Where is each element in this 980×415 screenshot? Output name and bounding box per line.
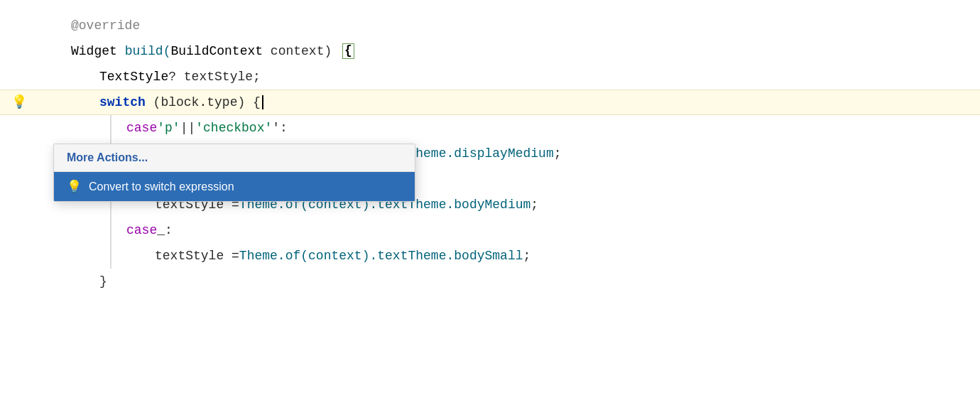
code-token: switch — [99, 90, 146, 115]
code-line: Widget build( BuildContext context) { — [0, 38, 980, 64]
convert-label: Convert to switch expression — [89, 180, 234, 193]
code-token: ? textStyle; — [168, 64, 261, 90]
code-token: BuildContext — [170, 38, 263, 64]
code-token: case — [126, 217, 157, 243]
code-token: Theme.of(context).textTheme.bodySmall — [239, 243, 523, 269]
code-token: || — [180, 115, 196, 141]
code-token: 'checkbox' — [195, 115, 272, 141]
text-cursor — [262, 95, 263, 109]
code-token: Widget — [71, 38, 117, 64]
code-token: ': — [272, 115, 288, 141]
convert-to-switch-item[interactable]: 💡 Convert to switch expression — [54, 172, 415, 201]
code-line: @override — [0, 13, 980, 38]
lightbulb-gutter-icon[interactable]: 💡 — [11, 90, 27, 115]
code-token: context) — [263, 38, 339, 64]
code-token: ; — [554, 141, 562, 166]
code-token: ; — [530, 192, 538, 217]
code-token: _: — [157, 217, 173, 243]
code-token — [117, 38, 125, 64]
code-line: textStyle = Theme.of(context).textTheme.… — [0, 243, 980, 269]
code-token: 'p' — [157, 115, 180, 141]
code-token: } — [99, 269, 107, 294]
code-token: TextStyle — [99, 64, 168, 90]
code-line: TextStyle ? textStyle; — [0, 64, 980, 90]
editor-area: @override Widget build( BuildContext con… — [0, 0, 980, 415]
context-menu: More Actions... 💡 Convert to switch expr… — [53, 144, 415, 202]
code-token: case — [126, 115, 157, 141]
code-line: case _: — [0, 217, 980, 243]
code-token: build( — [125, 38, 171, 64]
more-actions-label: More Actions... — [67, 151, 148, 163]
code-token: textStyle = — [155, 243, 239, 269]
code-line-switch: 💡 switch (block.type) { — [0, 90, 980, 115]
code-token: (block.type) { — [146, 90, 261, 115]
code-line: } — [0, 269, 980, 294]
code-line: case 'p' || 'checkbox' ': — [0, 115, 980, 141]
code-token: @override — [71, 13, 140, 38]
code-token: ; — [523, 243, 531, 269]
bulb-icon: 💡 — [67, 179, 82, 194]
bracket-highlight: { — [342, 43, 354, 59]
more-actions-item[interactable]: More Actions... — [54, 144, 415, 172]
